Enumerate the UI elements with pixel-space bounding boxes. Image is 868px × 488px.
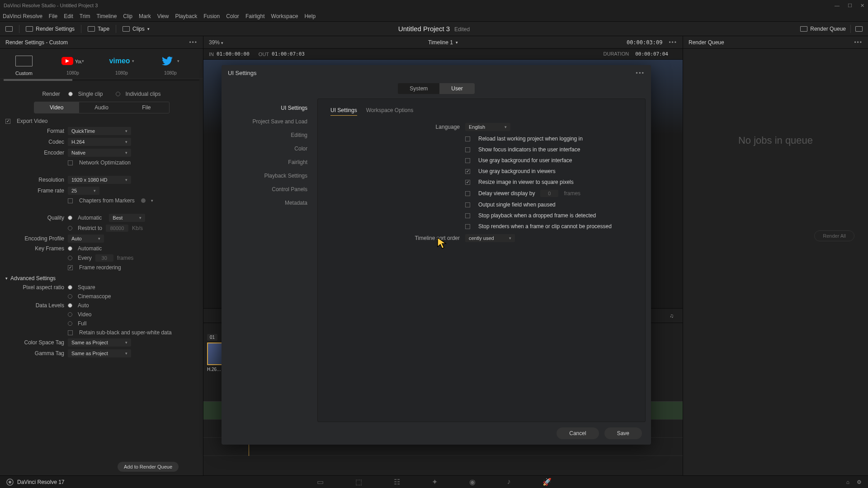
cinema-radio[interactable] (68, 294, 72, 299)
output-field-checkbox[interactable] (465, 202, 470, 207)
keyframes-auto-radio[interactable] (68, 246, 72, 251)
focus-checkbox[interactable] (465, 147, 470, 152)
framerate-select[interactable]: 25▾ (68, 187, 99, 195)
sidebar-control-panels[interactable]: Control Panels (227, 183, 313, 196)
tab-video[interactable]: Video (34, 102, 79, 113)
restrict-input[interactable] (106, 225, 128, 232)
timeline-name[interactable]: Timeline 1▾ (428, 39, 458, 46)
render-settings-toggle[interactable]: Render Settings (26, 26, 75, 32)
timecode[interactable]: 00:00:03:09 (627, 39, 662, 46)
network-opt-checkbox[interactable] (68, 160, 73, 165)
edit-page-icon[interactable]: ☷ (394, 478, 400, 486)
menu-item[interactable]: Color (226, 13, 239, 19)
preset-twitter[interactable]: ▾ 1080p (150, 54, 191, 76)
menu-item[interactable]: View (157, 13, 169, 19)
sidebar-metadata[interactable]: Metadata (227, 196, 313, 210)
quality-select[interactable]: Best▾ (109, 214, 145, 222)
tab-file[interactable]: File (124, 102, 169, 113)
delay-input[interactable] (540, 190, 558, 197)
resize-checkbox[interactable] (465, 180, 470, 185)
encoder-select[interactable]: Native▾ (68, 149, 131, 157)
preset-custom[interactable]: Custom (4, 54, 44, 76)
tab-system[interactable]: System (398, 83, 439, 94)
expand-icon[interactable] (855, 26, 863, 32)
retain-checkbox[interactable] (68, 330, 73, 335)
save-button[interactable]: Save (604, 427, 642, 439)
out-value[interactable]: 01:00:07:03 (272, 51, 305, 57)
sidebar-fairlight[interactable]: Fairlight (227, 155, 313, 169)
language-select[interactable]: English▾ (465, 123, 510, 131)
render-all-button[interactable]: Render All (814, 230, 854, 241)
music-icon[interactable]: ♫ (670, 313, 674, 319)
resolution-select[interactable]: 868 x 488 HD▾ (68, 176, 131, 184)
subtab-ui[interactable]: UI Settings (330, 107, 357, 116)
menu-item[interactable]: Playback (175, 13, 197, 19)
menu-item[interactable]: Edit (64, 13, 73, 19)
quality-auto-radio[interactable] (68, 216, 72, 220)
chapters-checkbox[interactable] (68, 198, 73, 203)
color-page-icon[interactable]: ◉ (469, 478, 476, 486)
preset-youtube[interactable]: YouTube▾ 1080p (52, 54, 93, 76)
gamma-select[interactable]: Same as Project▾ (68, 349, 131, 357)
render-queue-toggle[interactable]: Render Queue (800, 26, 846, 32)
every-radio[interactable] (68, 256, 72, 260)
cut-page-icon[interactable]: ⬚ (355, 478, 362, 486)
marker-color-icon[interactable] (141, 198, 146, 203)
delay-checkbox[interactable] (465, 191, 470, 196)
export-video-checkbox[interactable] (5, 119, 10, 124)
stop-render-checkbox[interactable] (465, 224, 470, 229)
sidebar-color[interactable]: Color (227, 142, 313, 155)
subtab-workspace[interactable]: Workspace Options (366, 107, 414, 116)
maximize-icon[interactable]: ☐ (848, 3, 852, 9)
menu-item[interactable]: Workspace (271, 13, 298, 19)
sidebar-project-save[interactable]: Project Save and Load (227, 115, 313, 128)
menu-item[interactable]: Clip (123, 13, 132, 19)
preset-scrollbar[interactable] (4, 79, 199, 81)
sidebar-editing[interactable]: Editing (227, 128, 313, 142)
preset-vimeo[interactable]: vimeo▾ 1080p (101, 54, 142, 76)
media-page-icon[interactable]: ▭ (317, 478, 324, 486)
menu-item[interactable]: Fairlight (245, 13, 265, 19)
tab-audio[interactable]: Audio (79, 102, 124, 113)
layout-icon[interactable] (5, 26, 13, 32)
home-icon[interactable]: ⌂ (846, 479, 849, 485)
enc-profile-select[interactable]: Auto▾ (68, 235, 104, 243)
auto-radio[interactable] (68, 303, 72, 308)
colorspace-select[interactable]: Same as Project▾ (68, 338, 131, 347)
tape-toggle[interactable]: Tape (88, 26, 109, 32)
fusion-page-icon[interactable]: ✦ (432, 478, 438, 486)
sidebar-ui-settings[interactable]: UI Settings (227, 101, 313, 115)
viewer-menu-icon[interactable]: ••• (669, 39, 677, 46)
single-clip-radio[interactable] (68, 92, 73, 96)
panel-menu-icon[interactable]: ••• (189, 39, 198, 46)
format-select[interactable]: QuickTime▾ (68, 127, 131, 135)
tab-user[interactable]: User (439, 83, 474, 94)
video-radio[interactable] (68, 312, 72, 317)
codec-select[interactable]: H.264▾ (68, 138, 131, 146)
individual-clips-radio[interactable] (116, 92, 120, 96)
sort-select[interactable]: cently used▾ (465, 234, 515, 242)
cancel-button[interactable]: Cancel (557, 427, 599, 439)
deliver-page-icon[interactable]: 🚀 (542, 478, 552, 486)
stop-playback-checkbox[interactable] (465, 213, 470, 218)
menu-item[interactable]: Timeline (96, 13, 117, 19)
every-input[interactable] (95, 254, 113, 262)
fairlight-page-icon[interactable]: ♪ (507, 478, 511, 486)
close-icon[interactable]: ✕ (860, 3, 864, 9)
menu-item[interactable]: Mark (139, 13, 151, 19)
modal-menu-icon[interactable]: ••• (636, 70, 645, 76)
clips-toggle[interactable]: Clips ▾ (123, 26, 150, 32)
menu-item[interactable]: File (49, 13, 57, 19)
adv-settings-header[interactable]: ▾ Advanced Settings (5, 275, 198, 282)
square-radio[interactable] (68, 285, 72, 290)
gear-icon[interactable]: ⚙ (857, 479, 862, 485)
in-value[interactable]: 01:00:00:00 (217, 51, 250, 57)
full-radio[interactable] (68, 321, 72, 326)
minimize-icon[interactable]: — (835, 3, 840, 9)
gray-viewer-checkbox[interactable] (465, 169, 470, 174)
gray-ui-checkbox[interactable] (465, 158, 470, 163)
queue-menu-icon[interactable]: ••• (854, 39, 863, 46)
menu-item[interactable]: Fusion (203, 13, 220, 19)
restrict-radio[interactable] (68, 226, 72, 230)
menu-item[interactable]: Trim (80, 13, 90, 19)
